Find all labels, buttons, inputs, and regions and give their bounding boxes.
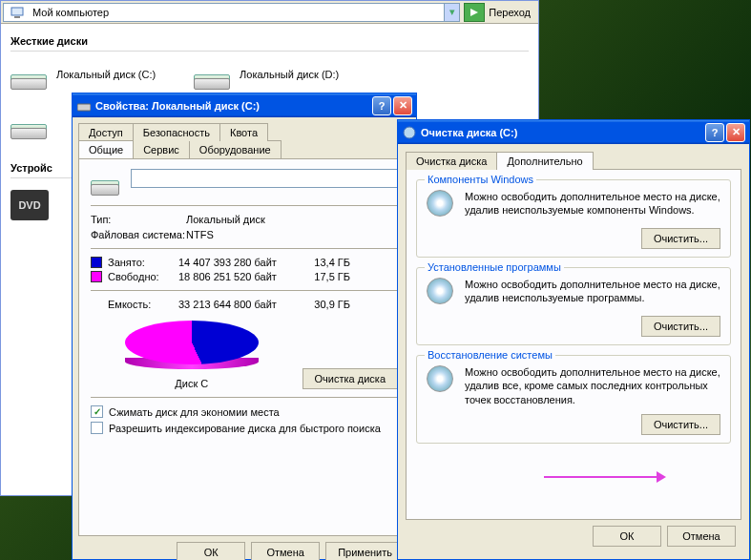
tab-security[interactable]: Безопасность: [133, 123, 220, 141]
disk-icon: [194, 59, 232, 90]
group-legend: Восстановление системы: [425, 349, 555, 361]
address-dropdown-icon[interactable]: ▾: [444, 4, 459, 21]
tab-more-options[interactable]: Дополнительно: [496, 152, 593, 170]
ok-button[interactable]: ОК: [177, 542, 245, 560]
cleanup-restore-button[interactable]: Очистить...: [641, 414, 720, 435]
free-label: Свободно:: [108, 271, 178, 282]
free-color-swatch: [91, 271, 102, 282]
address-combo[interactable]: Мой компьютер ▾: [3, 3, 460, 22]
capacity-label: Емкость:: [108, 299, 178, 310]
compress-label: Сжимать диск для экономии места: [109, 406, 280, 418]
group-legend: Компоненты Windows: [425, 174, 536, 185]
address-text: Мой компьютер: [29, 7, 444, 18]
svg-rect-2: [77, 104, 91, 111]
disk-cleanup-button[interactable]: Очистка диска: [302, 368, 398, 389]
installer-icon: [427, 365, 457, 396]
used-label: Занято:: [108, 257, 178, 268]
drive-c[interactable]: Локальный диск (C:): [10, 59, 156, 90]
fs-value: NTFS: [186, 229, 214, 240]
tab-hardware[interactable]: Оборудование: [189, 140, 282, 158]
disk-icon: [10, 59, 49, 90]
help-button[interactable]: ?: [705, 123, 724, 142]
close-button[interactable]: ✕: [393, 96, 412, 115]
capacity-bytes: 33 213 644 800 байт: [178, 299, 302, 310]
disk-icon: [10, 109, 49, 139]
drive-big-icon: [91, 169, 121, 196]
tab-content-general: Тип: Локальный диск Файловая система: NT…: [78, 158, 410, 536]
tab-general[interactable]: Общие: [78, 140, 134, 158]
capacity-gb: 30,9 ГБ: [302, 299, 350, 310]
drive-d[interactable]: Локальный диск (D:): [194, 59, 339, 90]
fs-label: Файловая система:: [91, 229, 186, 240]
group-text: Можно освободить дополнительное место на…: [465, 190, 720, 220]
go-label: Переход: [489, 7, 531, 18]
tab-service[interactable]: Сервис: [133, 140, 190, 158]
svg-rect-1: [14, 16, 20, 18]
used-bytes: 14 407 393 280 байт: [178, 257, 302, 268]
disk-cleanup-dialog: Очистка диска (C:) ? ✕ Очистка диска Доп…: [397, 119, 750, 560]
dialog-title: Свойства: Локальный диск (C:): [95, 100, 372, 112]
address-bar: Мой компьютер ▾ Переход: [1, 1, 538, 24]
drive-label: Локальный диск (C:): [56, 69, 156, 80]
help-button[interactable]: ?: [372, 96, 391, 115]
cleanup-components-button[interactable]: Очистить...: [641, 228, 720, 249]
installer-icon: [427, 190, 457, 220]
dialog-title: Очистка диска (C:): [421, 127, 705, 138]
pie-chart: [125, 321, 259, 374]
cleanup-programs-button[interactable]: Очистить...: [641, 316, 720, 337]
titlebar[interactable]: Свойства: Локальный диск (C:) ? ✕: [73, 93, 416, 117]
installer-icon: [427, 278, 457, 308]
dvd-icon: DVD: [10, 190, 49, 220]
free-gb: 17,5 ГБ: [302, 271, 350, 282]
cancel-button[interactable]: Отмена: [251, 542, 320, 560]
index-label: Разрешить индексирование диска для быстр…: [109, 423, 381, 434]
compress-checkbox[interactable]: ✓: [91, 405, 103, 418]
properties-dialog: Свойства: Локальный диск (C:) ? ✕ Доступ…: [72, 93, 417, 560]
drive-label: Локальный диск (D:): [240, 69, 339, 80]
volume-label-input[interactable]: [131, 169, 398, 188]
titlebar[interactable]: Очистка диска (C:) ? ✕: [398, 120, 749, 144]
group-text: Можно освободить дополнительное место на…: [465, 278, 720, 308]
ok-button[interactable]: ОК: [593, 526, 661, 547]
go-button[interactable]: [464, 3, 485, 22]
drive-item[interactable]: [10, 109, 49, 139]
close-button[interactable]: ✕: [726, 123, 745, 142]
computer-icon: [10, 5, 25, 20]
free-bytes: 18 806 251 520 байт: [178, 271, 302, 282]
type-value: Локальный диск: [186, 214, 265, 225]
tab-quota[interactable]: Квота: [219, 123, 268, 141]
drive-icon: [76, 98, 92, 114]
used-color-swatch: [91, 257, 102, 268]
section-hdd-header: Жесткие диски: [10, 31, 529, 52]
svg-rect-0: [11, 8, 23, 15]
type-label: Тип:: [91, 214, 186, 225]
group-text: Можно освободить дополнительное место на…: [465, 365, 720, 406]
group-legend: Установленные программы: [425, 261, 564, 273]
tab-access[interactable]: Доступ: [78, 123, 134, 141]
tab-content-more: Компоненты Windows Можно освободить допо…: [406, 169, 741, 520]
used-gb: 13,4 ГБ: [302, 257, 350, 268]
windows-components-group: Компоненты Windows Можно освободить допо…: [416, 179, 731, 258]
dvd-drive[interactable]: DVD: [10, 190, 49, 220]
apply-button[interactable]: Применить: [325, 542, 405, 560]
pie-label: Диск C: [91, 378, 293, 389]
installed-programs-group: Установленные программы Можно освободить…: [416, 267, 731, 345]
cancel-button[interactable]: Отмена: [667, 526, 736, 547]
tab-cleanup[interactable]: Очистка диска: [406, 152, 497, 170]
index-checkbox[interactable]: [91, 422, 103, 434]
system-restore-group: Восстановление системы Можно освободить …: [416, 355, 731, 444]
